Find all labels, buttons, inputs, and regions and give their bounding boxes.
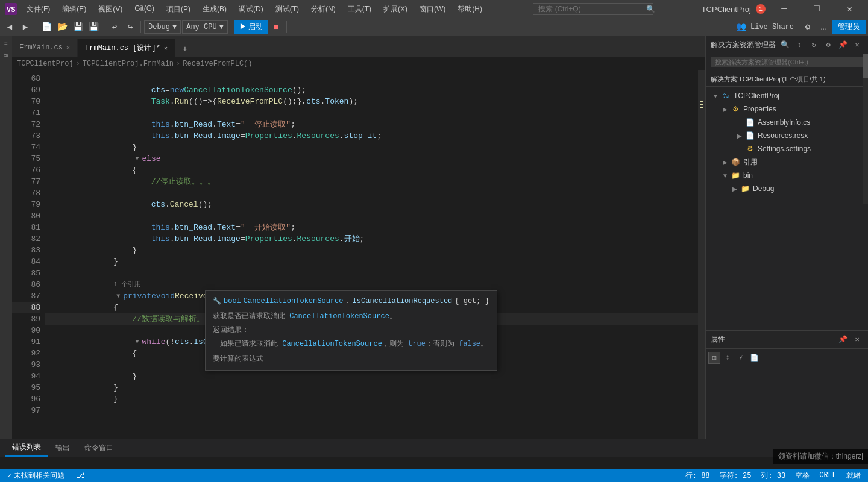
tooltip-prop-name: IsCancellationRequested (353, 296, 453, 307)
tab-close-btn[interactable]: ✕ (66, 44, 70, 51)
code-content[interactable]: cts = new CancellationTokenSource(); Tas… (45, 70, 698, 439)
tree-item-tcpclientproj[interactable]: ▼ 🗂 TCPClientProj (706, 89, 868, 102)
close-button[interactable]: ✕ (835, 0, 863, 18)
tb-open-btn[interactable]: 📂 (55, 20, 69, 34)
tb-new-btn[interactable]: 📄 (39, 20, 54, 34)
sb-right: 行: 88 字符: 25 列: 33 空格 CRLF 就绪 (683, 471, 863, 481)
tb-share-icon[interactable]: 👥 (734, 20, 749, 34)
sb-encoding[interactable]: CRLF (817, 471, 839, 480)
tree-item-debug[interactable]: ▶ 📁 Debug (706, 182, 868, 195)
new-tab-btn[interactable]: + (178, 42, 192, 57)
tb-stop-btn[interactable]: ■ (269, 20, 283, 34)
menu-project[interactable]: 项目(P) (162, 3, 195, 16)
tb-more-icon[interactable]: … (816, 20, 831, 34)
bottom-tab-output[interactable]: 输出 (48, 440, 77, 457)
code-line-86: 1 个引用 (45, 279, 698, 290)
sb-space[interactable]: 空格 (793, 471, 812, 481)
tree-item-resources[interactable]: ▶ 📄 Resources.resx (706, 129, 868, 142)
sb-ready[interactable]: ✓ 未找到相关问题 (5, 471, 67, 481)
admin-button[interactable]: 管理员 (832, 20, 866, 34)
minimize-button[interactable]: ─ (770, 0, 798, 18)
tb-saveall-btn[interactable]: 💾 (86, 20, 101, 34)
props-events-btn[interactable]: ⚡ (735, 352, 747, 364)
tb-settings-icon[interactable]: ⚙ (800, 20, 815, 34)
se-scroll-thumb[interactable] (863, 54, 868, 78)
code-line-75: ▼else (45, 153, 698, 164)
props-alpha-btn[interactable]: ↕ (722, 352, 734, 364)
tb-redo-btn[interactable]: ↪ (123, 20, 137, 34)
menu-debug[interactable]: 调试(D) (234, 3, 268, 16)
se-search-btn[interactable]: 🔍 (779, 39, 791, 51)
tooltip-expr: 要计算的表达式 (213, 354, 489, 365)
act-indent-btn[interactable]: ↹ (1, 51, 11, 60)
tooltip-class-link[interactable]: CancellationTokenSource (244, 296, 344, 307)
se-pin-btn[interactable]: 📌 (837, 39, 849, 51)
se-settings-btn[interactable]: ⚙ (822, 39, 834, 51)
menu-window[interactable]: 窗口(W) (415, 3, 450, 16)
tree-item-references[interactable]: ▶ 📦 引用 (706, 155, 868, 169)
bottom-tab-command[interactable]: 命令窗口 (77, 440, 121, 457)
props-categories-btn[interactable]: ⊞ (708, 352, 720, 364)
menu-view[interactable]: 视图(V) (93, 3, 127, 16)
menu-extensions[interactable]: 扩展(X) (379, 3, 412, 16)
tooltip-class-ref[interactable]: CancellationTokenSource (289, 312, 389, 321)
sb-branch[interactable]: ⎇ (74, 471, 87, 480)
menu-test[interactable]: 测试(T) (271, 3, 304, 16)
menu-help[interactable]: 帮助(H) (453, 3, 487, 16)
bottom-content (0, 457, 868, 469)
props-close-btn[interactable]: ✕ (851, 334, 863, 346)
tree-item-bin[interactable]: ▼ 📁 bin (706, 169, 868, 182)
debug-config-dropdown[interactable]: Debug ▼ (144, 20, 181, 34)
se-refresh-btn[interactable]: ↻ (808, 39, 820, 51)
tooltip-cancel-ref[interactable]: CancellationTokenSource (282, 340, 382, 348)
props-pages-btn[interactable]: 📄 (748, 352, 760, 364)
tb-back-btn[interactable]: ◀ (2, 20, 17, 34)
menu-build[interactable]: 生成(B) (198, 3, 231, 16)
bc-class[interactable]: TCPClientProj.FrmMain (83, 60, 174, 68)
tooltip-getter: { get; } (454, 296, 489, 307)
titlebar-left: VS 文件(F) 编辑(E) 视图(V) Git(G) 项目(P) 生成(B) … (5, 3, 487, 16)
sb-char[interactable]: 字符: 25 (717, 471, 754, 481)
tree-label-assemblyinfo: AssemblyInfo.cs (758, 118, 810, 127)
notification-badge[interactable]: 1 (756, 4, 766, 14)
tab-frmmain-cs[interactable]: FrmMain.cs ✕ (12, 39, 78, 57)
liveshare-label: Live Share (750, 23, 794, 31)
search-icon: 🔍 (646, 5, 655, 14)
tree-item-settings[interactable]: ▶ ⚙ Settings.settings (706, 142, 868, 155)
act-collapse-btn[interactable]: ≡ (1, 39, 11, 48)
code-line-85 (45, 268, 698, 279)
menu-file[interactable]: 文件(F) (22, 3, 55, 16)
global-search-input[interactable] (533, 3, 653, 15)
se-collapse-btn[interactable]: ↕ (793, 39, 805, 51)
bottom-tab-errors[interactable]: 错误列表 (5, 440, 48, 457)
run-button[interactable]: ▶ 启动 (234, 20, 268, 34)
bc-method[interactable]: ReceiveFromPLC() (183, 60, 252, 68)
tree-icon-references: 📦 (730, 158, 741, 166)
tab-label-active: FrmMain.cs [设计]* (85, 43, 160, 53)
menu-git[interactable]: Git(G) (130, 3, 159, 16)
bc-project[interactable]: TCPClientProj (17, 60, 74, 68)
cpu-dropdown[interactable]: Any CPU ▼ (182, 20, 228, 34)
props-toolbar: ⊞ ↕ ⚡ 📄 (706, 349, 868, 367)
toolbar: ◀ ▶ 📄 📂 💾 💾 ↩ ↪ Debug ▼ Any CPU ▼ ▶ 启动 ■… (0, 18, 868, 36)
tree-label-references: 引用 (743, 157, 758, 167)
maximize-button[interactable]: □ (803, 0, 831, 18)
tree-item-properties[interactable]: ▶ ⚙ Properties (706, 102, 868, 116)
menu-analyze[interactable]: 分析(N) (306, 3, 341, 16)
tab-close-active-btn[interactable]: ✕ (164, 45, 168, 52)
tb-undo-btn[interactable]: ↩ (107, 20, 122, 34)
menu-tools[interactable]: 工具(T) (343, 3, 376, 16)
se-scrollbar[interactable] (863, 54, 868, 204)
change-indicator (700, 101, 703, 102)
tb-forward-btn[interactable]: ▶ (18, 20, 33, 34)
tb-save-btn[interactable]: 💾 (71, 20, 85, 34)
se-search-input[interactable] (711, 57, 863, 67)
tab-frmmain-design[interactable]: FrmMain.cs [设计]* ✕ (78, 39, 175, 57)
editor-container: FrmMain.cs ✕ FrmMain.cs [设计]* ✕ + TCPCli… (12, 36, 705, 439)
tree-item-assemblyinfo[interactable]: ▶ 📄 AssemblyInfo.cs (706, 116, 868, 129)
props-pin-btn[interactable]: 📌 (837, 334, 849, 346)
se-close-btn[interactable]: ✕ (851, 39, 863, 51)
menu-edit[interactable]: 编辑(E) (57, 3, 91, 16)
sb-col[interactable]: 列: 33 (758, 471, 788, 481)
sb-row[interactable]: 行: 88 (683, 471, 712, 481)
